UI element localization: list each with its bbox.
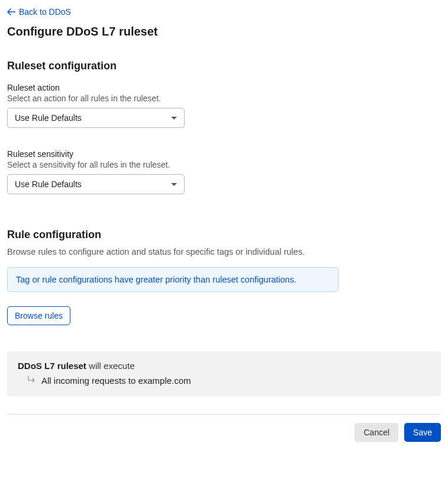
execution-suffix: will execute (86, 361, 135, 371)
cancel-button[interactable]: Cancel (354, 423, 398, 442)
chevron-down-icon (171, 117, 177, 120)
execution-summary-box: DDoS L7 ruleset will execute All incomin… (7, 351, 441, 396)
back-link-label: Back to DDoS (19, 7, 71, 17)
execution-line: All incoming requests to example.com (18, 376, 430, 386)
execution-heading: DDoS L7 ruleset will execute (18, 361, 430, 371)
browse-rules-button[interactable]: Browse rules (7, 306, 70, 325)
page-title: Configure DDoS L7 ruleset (7, 25, 441, 39)
ruleset-sensitivity-value: Use Rule Defaults (15, 179, 82, 189)
footer-divider (7, 414, 441, 415)
ruleset-action-select[interactable]: Use Rule Defaults (7, 108, 185, 128)
priority-info-banner: Tag or rule configurations have greater … (7, 267, 339, 292)
ruleset-config-heading: Ruleset configuration (7, 60, 441, 72)
ruleset-action-help: Select an action for all rules in the ru… (7, 94, 185, 103)
rule-config-heading: Rule configuration (7, 229, 441, 241)
ruleset-action-label: Ruleset action (7, 83, 441, 92)
execution-ruleset-name: DDoS L7 ruleset (18, 361, 86, 371)
execution-target-text: All incoming requests to example.com (41, 376, 191, 386)
back-to-ddos-link[interactable]: Back to DDoS (7, 7, 71, 17)
ruleset-sensitivity-select[interactable]: Use Rule Defaults (7, 174, 185, 194)
ruleset-sensitivity-help: Select a sensitivity for all rules in th… (7, 160, 185, 169)
sub-arrow-icon (27, 376, 36, 386)
ruleset-sensitivity-field: Ruleset sensitivity Select a sensitivity… (7, 149, 441, 194)
chevron-down-icon (171, 183, 177, 186)
ruleset-action-field: Ruleset action Select an action for all … (7, 83, 441, 128)
rule-config-description: Browse rules to configure action and sta… (7, 247, 441, 256)
ruleset-sensitivity-label: Ruleset sensitivity (7, 149, 441, 159)
save-button[interactable]: Save (404, 423, 441, 442)
ruleset-action-value: Use Rule Defaults (15, 113, 82, 123)
footer-actions: Cancel Save (7, 423, 441, 442)
arrow-left-icon (7, 8, 15, 15)
